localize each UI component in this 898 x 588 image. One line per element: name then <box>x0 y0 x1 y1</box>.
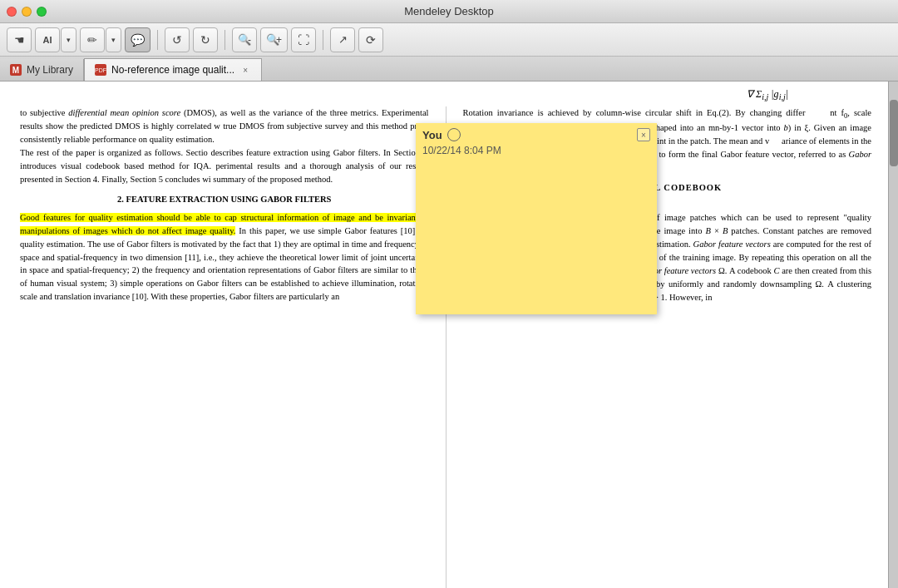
sticky-note-close-button[interactable]: × <box>637 128 650 141</box>
pdf-section-title: 2. FEATURE EXTRACTION USING GABOR FILTER… <box>20 193 429 206</box>
main-content: ∇ Σi,j |gi,j| to subjective differential… <box>0 82 898 588</box>
pen-icon: ✏ <box>87 33 97 47</box>
ai-dropdown-button[interactable]: ▾ <box>61 27 76 52</box>
tab-close-button[interactable]: × <box>239 64 251 76</box>
sticky-note-header: You × <box>416 123 657 145</box>
fit-page-button[interactable]: ⛶ <box>291 27 316 52</box>
scrollbar[interactable] <box>888 82 898 588</box>
refresh-icon: ⟳ <box>366 33 376 47</box>
separator-2 <box>224 30 225 50</box>
share-icon: ↗ <box>338 33 348 46</box>
maximize-button[interactable] <box>37 7 47 17</box>
traffic-lights <box>7 7 47 17</box>
pen-dropdown-button[interactable]: ▾ <box>106 27 121 52</box>
rotate-left-button[interactable]: ↺ <box>165 27 190 52</box>
sticky-note-date: 10/22/14 8:04 PM <box>416 145 657 161</box>
sticky-note-input[interactable] <box>416 161 657 314</box>
zoom-out-button[interactable]: 🔍 - <box>232 27 257 52</box>
rotate-right-icon: ↻ <box>200 33 210 47</box>
pen-tool-group: ✏ ▾ <box>80 27 121 52</box>
sticky-note: You × 10/22/14 8:04 PM <box>416 123 657 314</box>
title-bar: Mendeley Desktop <box>0 0 898 23</box>
separator-1 <box>157 30 158 50</box>
rotate-right-button[interactable]: ↻ <box>193 27 218 52</box>
sticky-note-user-icon <box>447 128 461 141</box>
pdf-text-para1: to subjective differential mean opinion … <box>20 106 429 146</box>
math-formula: ∇ Σi,j |gi,j| <box>747 88 788 101</box>
window-title: Mendeley Desktop <box>404 5 494 17</box>
pdf-icon: PDF <box>95 64 106 76</box>
pen-tool-button[interactable]: ✏ <box>80 27 105 52</box>
pdf-page: ∇ Σi,j |gi,j| to subjective differential… <box>0 82 888 588</box>
comment-icon: 💬 <box>131 33 145 47</box>
highlighted-text: Good features for quality estimation sho… <box>20 213 429 235</box>
tab-my-library-label: My Library <box>27 64 73 76</box>
mendeley-icon: M <box>10 64 22 76</box>
pdf-text-para2: The rest of the paper is organized as fo… <box>20 146 429 186</box>
ai-tool-group: AI ▾ <box>35 27 76 52</box>
share-button[interactable]: ↗ <box>330 27 355 52</box>
tab-pdf[interactable]: PDF No-reference image qualit... × <box>84 58 262 81</box>
minimize-button[interactable] <box>22 7 32 17</box>
tab-pdf-label: No-reference image qualit... <box>111 64 234 76</box>
pdf-viewer: ∇ Σi,j |gi,j| to subjective differential… <box>0 82 888 588</box>
sticky-note-user: You <box>422 129 442 141</box>
pdf-left-column: to subjective differential mean opinion … <box>0 106 446 588</box>
close-button[interactable] <box>7 7 17 17</box>
separator-3 <box>323 30 323 50</box>
rotate-left-icon: ↺ <box>172 33 182 47</box>
fit-page-icon: ⛶ <box>298 33 309 47</box>
scrollbar-thumb[interactable] <box>890 100 898 166</box>
hand-tool-button[interactable]: ☚ <box>7 27 32 52</box>
pdf-text-para3: Good features for quality estimation sho… <box>20 211 429 304</box>
hand-icon: ☚ <box>14 33 25 47</box>
toolbar: ☚ AI ▾ ✏ ▾ 💬 ↺ ↻ 🔍 - 🔍 + ⛶ ↗ ⟳ <box>0 23 898 57</box>
refresh-button[interactable]: ⟳ <box>358 27 383 52</box>
comment-tool-button[interactable]: 💬 <box>125 27 150 52</box>
ai-tool-button[interactable]: AI <box>35 27 60 52</box>
tab-bar: M My Library PDF No-reference image qual… <box>0 57 898 82</box>
zoom-in-button[interactable]: 🔍 + <box>260 27 288 52</box>
tab-my-library[interactable]: M My Library <box>0 59 84 81</box>
